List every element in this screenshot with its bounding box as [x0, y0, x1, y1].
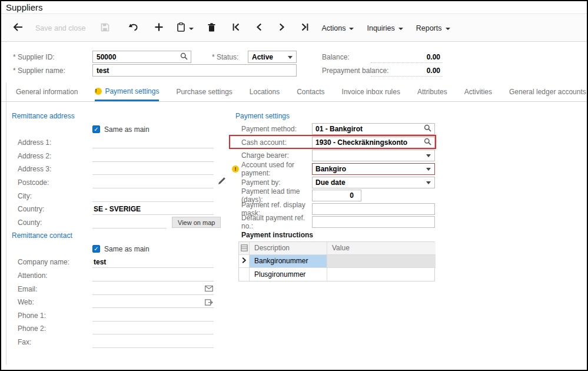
undo-button[interactable]: [125, 20, 141, 37]
clipboard-caret-icon: [189, 28, 194, 30]
table-row[interactable]: Bankgironummer: [239, 255, 434, 268]
tab-attributes[interactable]: Attributes: [417, 82, 447, 101]
county-input[interactable]: [92, 217, 167, 228]
tab-activities[interactable]: Activities: [464, 82, 492, 101]
actions-menu[interactable]: Actions: [321, 24, 354, 32]
same-as-main-address-row: ✓ Same as main: [12, 122, 227, 136]
same-as-main-checkbox[interactable]: ✓: [92, 245, 100, 253]
summary-area: * Supplier ID: 50000 * Status: Active Ba…: [1, 42, 587, 82]
tab-locations[interactable]: Locations: [250, 82, 280, 101]
address-3-input[interactable]: [92, 163, 214, 175]
tab-contacts[interactable]: Contacts: [297, 82, 324, 101]
payment-method-lookup[interactable]: 01 - Bankgirot: [312, 123, 435, 135]
fax-input[interactable]: [92, 336, 214, 348]
tab-general-information[interactable]: General information: [16, 82, 78, 101]
check-icon: ✓: [94, 246, 98, 252]
copy-paste-button[interactable]: [177, 20, 194, 37]
address-1-input[interactable]: [92, 137, 214, 148]
web-input[interactable]: [92, 296, 214, 308]
phone-2-input[interactable]: [92, 323, 214, 334]
payment-by-select[interactable]: Due date: [312, 177, 435, 188]
reports-menu[interactable]: Reports: [416, 24, 450, 32]
actions-menu-label: Actions: [321, 24, 346, 32]
tab-payment-settings[interactable]: ! Payment settings: [95, 82, 159, 101]
save-and-close-button[interactable]: Save and close: [26, 20, 97, 37]
default-payment-ref-no-input[interactable]: [312, 216, 435, 228]
previous-record-icon: [256, 23, 262, 33]
tab-general-ledger-accounts[interactable]: General ledger accounts: [509, 82, 586, 101]
grid-settings-icon[interactable]: [239, 242, 250, 255]
company-name-row: Company name: test: [12, 256, 227, 269]
remittance-address-section-link[interactable]: Remittance address: [12, 110, 227, 122]
description-cell[interactable]: Bankgironummer: [250, 255, 327, 268]
chevron-down-icon: [426, 168, 431, 171]
address-2-row: Address 2:: [12, 150, 227, 163]
address-2-input[interactable]: [92, 150, 214, 162]
go-next-button[interactable]: [275, 20, 289, 37]
payment-ref-display-mask-input[interactable]: [312, 203, 435, 215]
address-3-row: Address 3:: [12, 163, 227, 176]
first-record-icon: [232, 23, 240, 33]
value-cell[interactable]: [327, 268, 436, 281]
supplier-id-label: * Supplier ID:: [13, 53, 55, 61]
delete-button[interactable]: [204, 20, 218, 37]
payment-lead-time-input[interactable]: 0: [312, 190, 361, 201]
chevron-down-icon: [426, 181, 431, 184]
cash-account-row: Cash account: 1930 - Checkräkningskonto: [232, 136, 444, 150]
column-header-value[interactable]: Value: [327, 242, 436, 255]
remittance-contact-section-link[interactable]: Remittance contact: [12, 229, 227, 242]
external-link-icon[interactable]: [205, 299, 213, 306]
selected-row-arrow-icon: [242, 257, 246, 265]
lookup-magnifier-icon[interactable]: [180, 52, 188, 62]
back-arrow-icon: [13, 23, 24, 33]
same-as-main-contact-row: ✓ Same as main: [12, 242, 227, 256]
tab-invoice-inbox-rules[interactable]: Invoice inbox rules: [342, 82, 400, 101]
toolbar: Save and close: [1, 15, 587, 42]
title-bar: Suppliers: [1, 1, 587, 14]
email-input[interactable]: [92, 283, 214, 295]
go-last-button[interactable]: [298, 20, 312, 37]
lookup-magnifier-icon[interactable]: [424, 124, 431, 134]
save-button[interactable]: [97, 20, 112, 37]
web-row: Web:: [12, 296, 227, 309]
account-used-for-payment-select[interactable]: Bankgiro: [312, 163, 435, 175]
same-as-main-checkbox[interactable]: ✓: [92, 125, 100, 133]
back-button[interactable]: [11, 20, 26, 37]
payment-settings-section-link[interactable]: Payment settings: [232, 110, 444, 122]
supplier-id-input[interactable]: 50000: [92, 51, 191, 63]
tab-purchase-settings[interactable]: Purchase settings: [176, 82, 232, 101]
payment-instructions-title: Payment instructions: [232, 229, 444, 241]
inquiries-menu[interactable]: Inquiries: [367, 24, 403, 32]
default-payment-ref-no-row: Default payment ref. no.:: [232, 216, 444, 229]
cash-account-lookup[interactable]: 1930 - Checkräkningskonto: [312, 137, 435, 148]
phone-2-row: Phone 2:: [12, 322, 227, 336]
pencil-edit-icon[interactable]: [218, 177, 226, 187]
envelope-icon[interactable]: [205, 286, 213, 292]
column-header-description[interactable]: Description: [250, 242, 327, 255]
postcode-input[interactable]: [92, 177, 214, 188]
go-previous-button[interactable]: [252, 20, 266, 37]
attention-input[interactable]: [92, 270, 214, 281]
add-button[interactable]: [151, 20, 167, 37]
value-cell[interactable]: [327, 255, 436, 268]
view-on-map-button[interactable]: View on map: [172, 217, 221, 228]
go-first-button[interactable]: [229, 20, 243, 37]
save-floppy-icon: [101, 23, 109, 34]
table-row[interactable]: Plusgironummer: [239, 268, 434, 281]
supplier-name-input[interactable]: test: [92, 64, 297, 77]
phone-1-input[interactable]: [92, 310, 214, 322]
charge-bearer-select[interactable]: [312, 150, 435, 161]
company-name-input[interactable]: test: [92, 256, 214, 268]
country-input[interactable]: SE - SVERIGE: [92, 203, 214, 215]
balance-label: Balance:: [322, 53, 350, 61]
address-1-row: Address 1:: [12, 136, 227, 150]
description-cell[interactable]: Plusgironummer: [250, 268, 327, 281]
inquiries-menu-label: Inquiries: [367, 24, 394, 32]
fax-row: Fax:: [12, 336, 227, 349]
clipboard-icon: [177, 22, 185, 34]
lookup-magnifier-icon[interactable]: [424, 138, 431, 147]
city-input[interactable]: [92, 190, 214, 202]
status-select[interactable]: Active: [248, 51, 297, 63]
plus-icon: [155, 23, 163, 33]
chevron-down-icon: [349, 28, 354, 30]
